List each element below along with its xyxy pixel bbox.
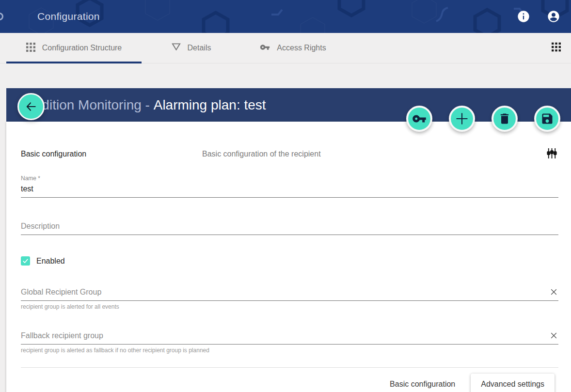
section-header: Basic configuration Basic configuration … <box>21 150 558 158</box>
access-key-button[interactable] <box>406 106 432 132</box>
page-title-emphasis: Alarming plan: test <box>154 97 266 112</box>
description-input[interactable] <box>21 222 558 231</box>
advanced-settings-button[interactable]: Advanced settings <box>471 374 555 392</box>
name-field: Name * <box>21 175 558 198</box>
global-recipient-group-input[interactable] <box>21 288 546 297</box>
global-recipient-helper: recipient group is alerted for all event… <box>21 303 558 310</box>
tab-details[interactable]: Details <box>142 33 241 63</box>
section-subtitle: Basic configuration of the recipient <box>202 150 321 158</box>
plus-icon <box>454 111 470 126</box>
arrow-left-icon <box>25 100 37 113</box>
save-button[interactable] <box>534 106 560 132</box>
fallback-recipient-helper: recipient group is alerted as fallback i… <box>21 347 558 354</box>
clear-x-icon[interactable] <box>550 288 558 297</box>
name-field-label: Name * <box>21 175 558 182</box>
tab-label: Details <box>188 44 211 52</box>
tab-bar: Configuration Structure Details Access R… <box>0 33 571 63</box>
footer-step-label: Basic configuration <box>390 380 455 389</box>
account-icon[interactable] <box>547 10 560 23</box>
apps-grid-icon[interactable] <box>552 43 561 54</box>
tab-label: Configuration Structure <box>42 44 122 52</box>
description-field <box>21 222 558 235</box>
configuration-card: Basic configuration Basic configuration … <box>6 122 571 392</box>
funnel-icon <box>172 43 181 53</box>
footer-bar: Basic configuration Advanced settings <box>21 368 558 392</box>
tab-configuration-structure[interactable]: Configuration Structure <box>6 33 142 63</box>
tab-access-rights[interactable]: Access Rights <box>241 33 345 63</box>
save-icon <box>540 112 554 125</box>
checkmark-icon <box>22 258 29 264</box>
top-navbar: Configuration <box>0 0 571 33</box>
grid-icon <box>26 43 35 54</box>
enabled-checkbox[interactable] <box>21 256 30 266</box>
info-icon[interactable] <box>517 10 530 23</box>
clear-x-icon[interactable] <box>550 331 558 340</box>
back-button[interactable] <box>17 93 45 120</box>
fallback-recipient-group-input[interactable] <box>21 331 546 340</box>
add-button[interactable] <box>449 106 475 132</box>
key-icon <box>412 111 427 126</box>
fallback-recipient-group-field: recipient group is alerted as fallback i… <box>21 331 558 354</box>
global-recipient-group-field: recipient group is alerted for all event… <box>21 288 558 310</box>
main-content: Condition Monitoring - Alarming plan: te… <box>0 88 571 392</box>
section-title: Basic configuration <box>21 150 202 158</box>
navbar-actions <box>517 0 560 33</box>
page-title: Condition Monitoring - Alarming plan: te… <box>17 97 266 113</box>
enabled-checkbox-row[interactable]: Enabled <box>21 256 558 266</box>
tune-sliders-icon[interactable] <box>546 148 557 161</box>
action-button-row <box>406 106 560 132</box>
delete-button[interactable] <box>492 106 518 132</box>
trash-icon <box>498 112 511 125</box>
tab-label: Access Rights <box>277 44 326 52</box>
key-icon <box>260 42 270 54</box>
basic-configuration-form: Basic configuration Basic configuration … <box>6 122 571 392</box>
enabled-label: Enabled <box>36 257 65 266</box>
name-input[interactable] <box>21 185 558 193</box>
app-title: Configuration <box>37 11 100 22</box>
